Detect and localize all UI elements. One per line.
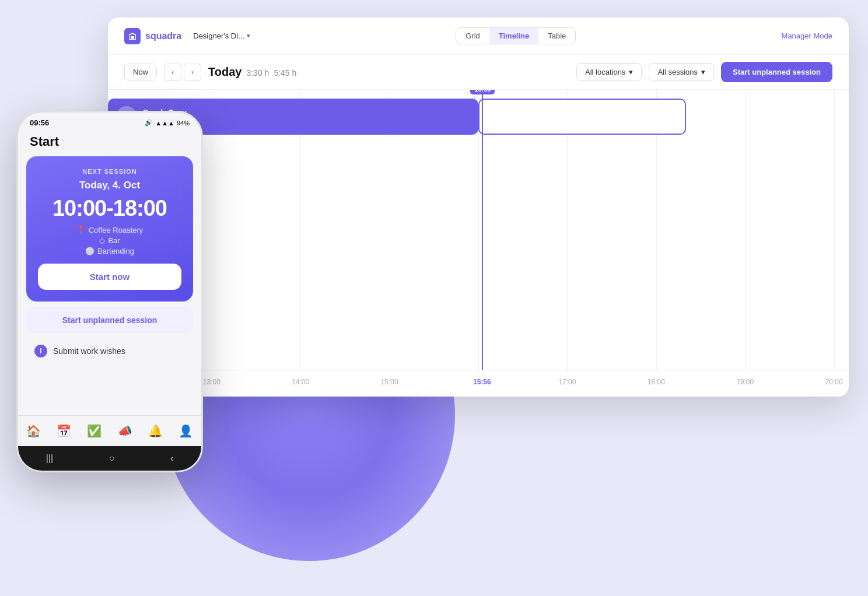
- time-label-1800: 18:00: [648, 378, 665, 386]
- hours-total: 5:45 h: [274, 68, 296, 78]
- location-pin-icon: 📍: [76, 226, 86, 234]
- time-label-1400: 14:00: [292, 378, 309, 386]
- prev-arrow[interactable]: ‹: [164, 64, 181, 81]
- home-nav-btn[interactable]: 🏠: [20, 422, 47, 440]
- mobile-phone: 09:56 🔊 ▲▲▲ 94% Start NEXT SESSION Today…: [16, 111, 203, 472]
- nav-arrows: ‹ ›: [164, 64, 201, 81]
- android-recent-icon[interactable]: ‹: [170, 453, 173, 464]
- svg-rect-0: [131, 36, 134, 39]
- logo-area: squadra: [124, 28, 181, 44]
- next-session-label: NEXT SESSION: [82, 168, 136, 175]
- unplanned-session-button-mobile[interactable]: Start unplanned session: [26, 307, 193, 333]
- calendar-icon: 📅: [57, 424, 71, 438]
- time-axis: 13:00 14:00 15:00 15:56 17:00 18:00 19:0…: [108, 370, 849, 393]
- locations-filter[interactable]: All locations ▾: [576, 63, 642, 81]
- calendar-nav-btn[interactable]: 📅: [51, 422, 77, 440]
- location-detail: 📍 Coffee Roastery: [76, 226, 144, 234]
- phone-content: NEXT SESSION Today, 4. Oct 10:00-18:00 📍…: [18, 156, 201, 415]
- start-unplanned-button[interactable]: Start unplanned session: [721, 62, 832, 82]
- timeline-view-btn[interactable]: Timeline: [489, 28, 539, 44]
- home-icon: 🏠: [26, 424, 41, 438]
- time-label-2000: 20:00: [825, 378, 843, 386]
- session-time: 10:00-18:00: [52, 196, 167, 221]
- area-diamond-icon: ◇: [99, 236, 105, 245]
- timeline-container: 15:56 SG Sarah Grey Chef de bar: [108, 90, 849, 393]
- check-nav-btn[interactable]: ✅: [81, 422, 107, 440]
- profile-nav-btn[interactable]: 👤: [173, 422, 199, 440]
- status-bar: 09:56 🔊 ▲▲▲ 94%: [18, 113, 201, 131]
- role-circle-icon: ⚪: [85, 247, 94, 255]
- bell-icon: 🔔: [148, 424, 163, 438]
- logo-icon: [124, 28, 141, 44]
- role-text: Bartending: [97, 247, 134, 255]
- workspace-selector[interactable]: Designer's Di... ▾: [193, 31, 250, 40]
- work-wishes-label: Submit work wishes: [53, 346, 125, 356]
- status-icons: 🔊 ▲▲▲ 94%: [145, 119, 190, 127]
- current-time-line: 15:56: [482, 90, 483, 370]
- time-label-1500: 15:00: [381, 378, 398, 386]
- grid-view-btn[interactable]: Grid: [456, 28, 489, 44]
- desktop-window: squadra Designer's Di... ▾ Grid Timeline…: [108, 17, 849, 397]
- android-back-icon[interactable]: |||: [46, 453, 53, 464]
- android-nav: ||| ○ ‹: [18, 446, 201, 471]
- chevron-down-icon: ▾: [247, 32, 250, 40]
- android-home-icon[interactable]: ○: [109, 453, 115, 464]
- session-date: Today, 4. Oct: [79, 180, 140, 191]
- manager-mode-button[interactable]: Manager Mode: [782, 31, 832, 40]
- bell-nav-btn[interactable]: 🔔: [142, 422, 169, 440]
- time-label-1300: 13:00: [203, 378, 220, 386]
- hours-worked: 3:30 h: [246, 68, 269, 78]
- next-arrow[interactable]: ›: [184, 64, 201, 81]
- app-header: squadra Designer's Di... ▾ Grid Timeline…: [108, 17, 849, 55]
- check-circle-icon: ✅: [87, 424, 102, 438]
- current-time-badge: 15:56: [470, 90, 495, 94]
- date-info: Today 3:30 h 5:45 h: [208, 65, 296, 79]
- employee-future-shift-block[interactable]: [478, 99, 686, 135]
- logo-text: squadra: [145, 31, 181, 41]
- locations-chevron-icon: ▾: [629, 68, 633, 76]
- sessions-label: All sessions: [657, 68, 698, 76]
- session-details: 📍 Coffee Roastery ◇ Bar ⚪ Bartending: [38, 226, 181, 255]
- table-view-btn[interactable]: Table: [538, 28, 575, 44]
- person-icon: 👤: [178, 424, 193, 438]
- area-text: Bar: [108, 236, 120, 245]
- location-text: Coffee Roastery: [89, 226, 144, 234]
- battery-label: 94%: [177, 120, 190, 127]
- session-card: NEXT SESSION Today, 4. Oct 10:00-18:00 📍…: [26, 156, 193, 301]
- signal-icon: ▲▲▲: [155, 120, 174, 127]
- phone-wrapper: 09:56 🔊 ▲▲▲ 94% Start NEXT SESSION Today…: [16, 111, 203, 472]
- sessions-filter[interactable]: All sessions ▾: [649, 63, 714, 81]
- grid-line-1900: [745, 90, 746, 370]
- phone-page-header: Start: [18, 131, 201, 156]
- time-label-1900: 19:00: [736, 378, 754, 386]
- time-label-1700: 17:00: [558, 378, 576, 386]
- timeline-area: 15:56 SG Sarah Grey Chef de bar: [108, 90, 849, 393]
- time-label-current: 15:56: [473, 378, 491, 386]
- workspace-name: Designer's Di...: [193, 31, 244, 40]
- work-wishes-row[interactable]: i Submit work wishes: [26, 339, 193, 363]
- role-detail: ⚪ Bartending: [85, 247, 134, 255]
- toolbar: Now ‹ › Today 3:30 h 5:45 h All location…: [108, 55, 849, 90]
- sessions-chevron-icon: ▾: [701, 68, 705, 76]
- sound-icon: 🔊: [145, 119, 153, 127]
- info-icon: i: [34, 345, 47, 357]
- date-today: Today: [208, 65, 242, 79]
- locations-label: All locations: [585, 68, 625, 76]
- phone-bottom-nav: 🏠 📅 ✅ 📣 🔔 👤: [18, 415, 201, 446]
- view-toggle: Grid Timeline Table: [456, 27, 576, 44]
- announce-nav-btn[interactable]: 📣: [112, 422, 138, 440]
- megaphone-icon: 📣: [118, 424, 132, 438]
- status-time: 09:56: [30, 118, 49, 127]
- start-now-button[interactable]: Start now: [38, 264, 181, 290]
- area-detail: ◇ Bar: [99, 236, 120, 245]
- now-button[interactable]: Now: [124, 64, 157, 80]
- grid-line-2000: [834, 90, 835, 370]
